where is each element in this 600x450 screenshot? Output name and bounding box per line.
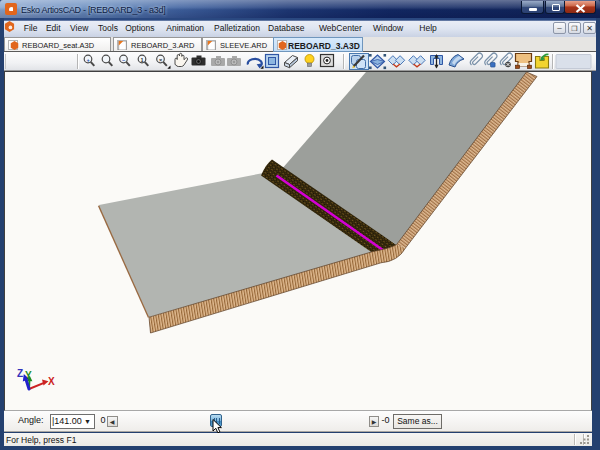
svg-text:–: – [122,57,125,63]
svg-text:Y: Y [25,370,32,381]
svg-text:+: + [86,57,89,63]
svg-text:Z: Z [17,368,23,379]
svg-text:1: 1 [140,57,143,63]
svg-text:×: × [159,57,162,63]
svg-text:X: X [48,376,55,387]
